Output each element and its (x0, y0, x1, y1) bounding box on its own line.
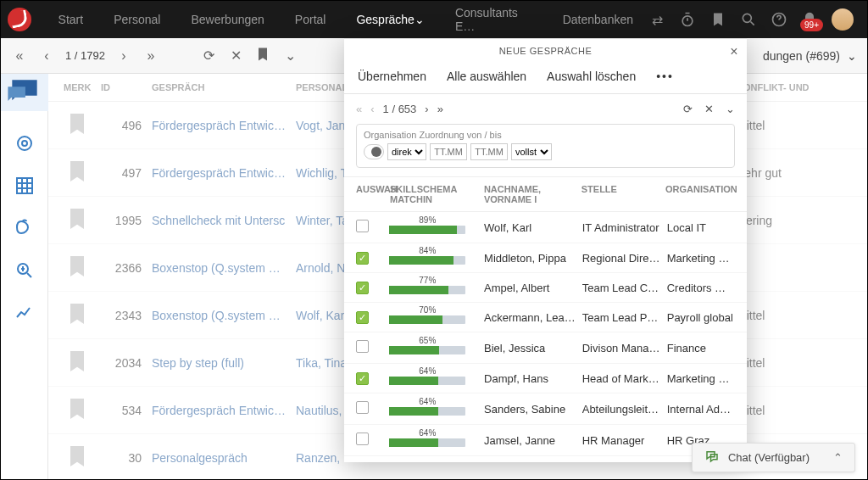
sidebar-chat-icon[interactable] (1, 74, 48, 111)
bookmark-toolbar-icon[interactable] (254, 46, 271, 66)
filter-from-input[interactable] (430, 143, 467, 160)
modal-row[interactable]: 70%Ackermann, LeandroTeam Lead PayroPayr… (344, 303, 747, 332)
skill-bar: 70% (389, 310, 479, 324)
notifications-icon[interactable]: 99+ (801, 11, 818, 28)
col-merk[interactable]: MERK (58, 82, 96, 92)
row-gespraech[interactable]: Fördergespräch Entwicklu (147, 166, 291, 180)
filter-select-2[interactable]: vollst (511, 143, 552, 160)
row-checkbox[interactable] (356, 220, 369, 232)
modal-page-last-icon[interactable]: » (437, 103, 443, 115)
row-gespraech[interactable]: Fördergespräch Entwicklu (147, 404, 291, 417)
modal-page-first-icon[interactable]: « (356, 103, 362, 115)
clear-icon[interactable]: ✕ (227, 47, 244, 64)
modal-expand-icon[interactable]: ⌄ (726, 103, 735, 115)
col-gespraech[interactable]: GESPRÄCH (147, 82, 291, 92)
modal-row[interactable]: 65%Biel, JessicaDivison ManagerFinance (344, 332, 747, 364)
nav-items: StartPersonalBewerbungenPortalGespräche … (43, 1, 648, 38)
sidebar-search-coin-icon[interactable] (14, 260, 35, 281)
page-prev-icon[interactable]: ‹ (38, 48, 55, 64)
bookmark-icon[interactable] (58, 110, 96, 140)
skill-bar: 64% (389, 402, 479, 416)
nav-item-datenbanken[interactable]: Datenbanken (548, 1, 648, 38)
row-gespraech[interactable]: Schnellcheck mit Untersc (147, 214, 291, 227)
expand-icon[interactable]: ⌄ (281, 47, 298, 64)
row-checkbox[interactable] (356, 372, 369, 385)
modal-row[interactable]: 64%Sanders, SabineAbteilungsleitungInter… (344, 393, 747, 425)
row-checkbox[interactable] (356, 311, 369, 324)
chevron-down-icon: ⌄ (415, 13, 425, 26)
mcol-role[interactable]: STELLE (581, 184, 660, 204)
row-name: Sanders, Sabine (484, 403, 577, 416)
bookmark-icon[interactable] (58, 348, 96, 377)
app-logo[interactable] (8, 8, 31, 31)
nav-item-bewerbungen[interactable]: Bewerbungen (175, 1, 279, 38)
row-org: Local IT (667, 221, 735, 234)
swap-icon[interactable]: ⇄ (648, 11, 665, 28)
page-next-icon[interactable]: › (115, 48, 132, 64)
sidebar-chart-icon[interactable] (14, 303, 35, 323)
nav-item-consultants-e-[interactable]: Consultants E… (440, 1, 548, 38)
help-icon[interactable] (771, 11, 787, 28)
apply-button[interactable]: Übernehmen (358, 70, 426, 83)
filter-select-1[interactable]: direk (387, 143, 426, 160)
row-gespraech[interactable]: Boxenstop (Q.system Butt (147, 261, 291, 275)
nav-item-gespr-che[interactable]: Gespräche ⌄ (341, 1, 439, 38)
row-checkbox[interactable] (356, 282, 369, 294)
modal-refresh-icon[interactable]: ⟳ (683, 103, 693, 115)
row-checkbox[interactable] (356, 252, 369, 265)
filter-label: Organisation Zuordnung von / bis (364, 130, 727, 140)
mcol-org[interactable]: ORGANISATION (665, 184, 735, 204)
modal-row[interactable]: 89%Wolf, KarlIT AdministratorLocal IT (344, 212, 747, 243)
bookmark-icon[interactable] (58, 300, 96, 330)
bookmark-icon[interactable] (58, 253, 96, 282)
chat-widget[interactable]: Chat (Verfügbar) ⌃ (692, 443, 855, 472)
row-role: Abteilungsleitung (582, 403, 662, 416)
modal-page-next-icon[interactable]: › (425, 103, 428, 115)
bookmark-icon[interactable] (58, 205, 96, 235)
filter-toggle-icon[interactable] (364, 144, 384, 159)
nav-item-portal[interactable]: Portal (280, 1, 342, 38)
modal-clear-icon[interactable]: ✕ (704, 103, 714, 115)
row-checkbox[interactable] (356, 340, 369, 353)
sidebar-grid-icon[interactable] (14, 176, 35, 196)
mcol-skill[interactable]: SKILLSCHEMA MATCHIN (390, 184, 479, 204)
row-gespraech[interactable]: Fördergespräch Entwicklu (147, 119, 291, 132)
modal-row[interactable]: 64%Dampf, HansHead of MarketinMarketing … (344, 364, 747, 393)
row-role: Team Lead Payro (582, 311, 662, 324)
row-checkbox[interactable] (356, 433, 369, 445)
close-icon[interactable]: × (730, 44, 738, 59)
modal-row[interactable]: 64%Jamsel, JanneHR ManagerHR Graz (344, 425, 747, 456)
toolbar-right[interactable]: dungen (#699) ⌄ (763, 49, 857, 63)
col-id[interactable]: ID (96, 82, 147, 92)
page-first-icon[interactable]: « (11, 48, 28, 64)
row-gespraech[interactable]: Personalgespräch (147, 451, 291, 465)
select-all-button[interactable]: Alle auswählen (447, 70, 526, 83)
mcol-select[interactable]: AUSWAH (356, 184, 385, 204)
search-icon[interactable] (740, 11, 757, 28)
filter-to-input[interactable] (470, 143, 508, 160)
more-icon[interactable]: ••• (656, 70, 674, 83)
user-avatar[interactable] (832, 8, 854, 31)
nav-item-start[interactable]: Start (43, 1, 99, 38)
new-conversations-modal: NEUE GESPRÄCHE × Übernehmen Alle auswähl… (344, 38, 747, 462)
mcol-name[interactable]: NACHNAME, VORNAME I (484, 184, 576, 204)
sidebar-target-icon[interactable] (14, 133, 35, 153)
sidebar-budget-icon[interactable] (14, 218, 35, 238)
row-gespraech[interactable]: Boxenstop (Q.system Butt (147, 309, 291, 322)
clear-selection-button[interactable]: Auswahl löschen (547, 70, 636, 83)
bookmark-icon[interactable] (58, 443, 96, 472)
bookmark-icon[interactable] (709, 11, 726, 28)
modal-row[interactable]: 84%Middleton, PippaRegional DirectoMarke… (344, 243, 747, 273)
bookmark-icon[interactable] (58, 158, 96, 187)
bookmark-icon[interactable] (58, 395, 96, 425)
page-last-icon[interactable]: » (142, 48, 159, 64)
row-gespraech[interactable]: Step by step (full) (147, 356, 291, 370)
row-checkbox[interactable] (356, 401, 369, 414)
nav-item-personal[interactable]: Personal (98, 1, 175, 38)
timer-icon[interactable] (679, 11, 696, 28)
modal-row[interactable]: 77%Ampel, AlbertTeam Lead CrediCreditors… (344, 273, 747, 303)
col-konflikt[interactable]: KONFLIKT- UND (732, 82, 833, 92)
refresh-icon[interactable]: ⟳ (200, 47, 217, 64)
row-id: 534 (96, 404, 147, 417)
modal-page-prev-icon[interactable]: ‹ (370, 103, 374, 115)
